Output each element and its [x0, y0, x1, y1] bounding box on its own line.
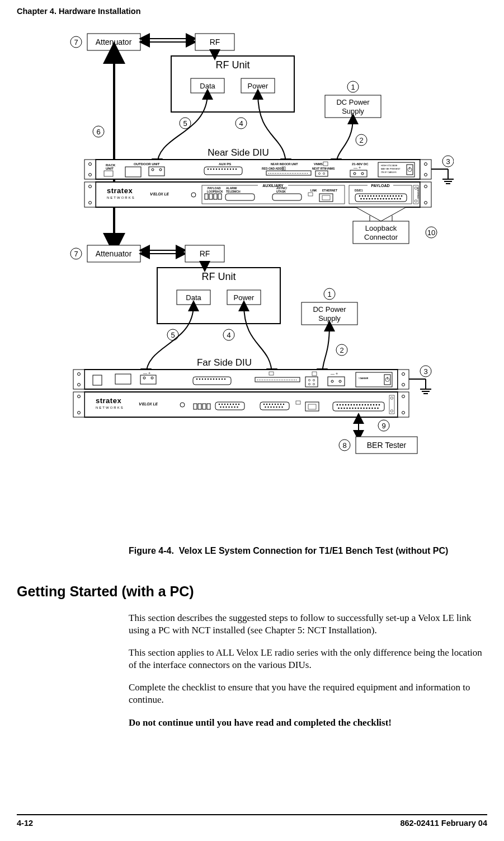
ber-label: BER Tester [366, 441, 406, 450]
svg-point-117 [384, 195, 385, 197]
dc-ps-label-top-1: DC Power [336, 98, 370, 106]
svg-point-163 [215, 379, 216, 380]
callout-2-top-text: 2 [359, 136, 363, 144]
power-label-top: Power [247, 82, 269, 90]
svg-point-164 [218, 379, 219, 380]
svg-point-224 [218, 404, 219, 405]
svg-point-108 [359, 195, 360, 197]
svg-rect-39 [282, 173, 282, 174]
svg-point-284 [369, 408, 370, 409]
svg-point-245 [280, 404, 281, 405]
svg-rect-200 [328, 377, 345, 386]
rf-label-top: RF [209, 38, 220, 46]
svg-text:HIGH VOLTAGE: HIGH VOLTAGE [381, 164, 398, 167]
svg-point-111 [367, 195, 369, 197]
svg-text:VNMS: VNMS [314, 162, 323, 166]
svg-point-257 [336, 404, 338, 406]
svg-rect-184 [282, 380, 283, 380]
svg-text:—   +: — + [143, 371, 150, 375]
svg-rect-171 [261, 380, 261, 380]
svg-rect-172 [262, 380, 263, 380]
svg-rect-52 [304, 173, 304, 174]
svg-point-280 [357, 408, 359, 409]
svg-point-16 [207, 169, 208, 170]
figure-caption: Figure 4-4. Velox LE System Connection f… [129, 545, 487, 557]
svg-point-281 [360, 408, 362, 409]
svg-point-273 [338, 408, 340, 409]
svg-point-274 [341, 408, 342, 409]
svg-point-112 [370, 195, 371, 197]
svg-point-260 [345, 404, 346, 406]
svg-point-253 [281, 407, 282, 408]
callout-1-top-text: 1 [351, 83, 355, 91]
svg-rect-186 [286, 380, 286, 380]
svg-rect-103 [322, 195, 330, 200]
svg-point-115 [378, 195, 380, 197]
callout-4-top-text: 4 [239, 119, 243, 128]
svg-point-235 [228, 407, 229, 408]
svg-rect-176 [269, 380, 270, 380]
svg-point-238 [237, 407, 238, 408]
svg-text:UTASK: UTASK [276, 190, 286, 193]
svg-rect-195 [305, 377, 318, 387]
dc-ps-label-bot-2: Supply [318, 314, 341, 323]
svg-point-237 [234, 407, 235, 408]
svg-point-265 [359, 404, 360, 406]
svg-point-264 [356, 404, 357, 406]
near-diu-row2: stratex NETWORKS V ELOX LE AUXILIARY PAY… [84, 182, 431, 207]
svg-point-127 [369, 198, 370, 200]
svg-point-285 [371, 408, 373, 409]
paragraph-3: Complete the checklist to ensure that yo… [129, 681, 487, 706]
svg-point-266 [361, 404, 363, 406]
svg-point-162 [213, 379, 214, 380]
svg-point-134 [388, 198, 390, 200]
svg-rect-42 [287, 173, 288, 174]
svg-rect-179 [274, 380, 275, 380]
svg-point-252 [279, 407, 280, 408]
svg-point-268 [367, 404, 369, 406]
svg-point-228 [229, 404, 230, 405]
dc-ps-label-bot-1: DC Power [313, 305, 346, 314]
svg-point-250 [273, 407, 274, 408]
svg-rect-187 [288, 380, 288, 380]
svg-point-267 [364, 404, 366, 406]
svg-point-243 [274, 404, 275, 405]
svg-point-135 [391, 198, 393, 200]
figure: 7 Attenuator RF RF Unit Data Power 1 [17, 22, 487, 540]
svg-point-271 [375, 404, 377, 406]
svg-point-278 [352, 408, 354, 409]
svg-point-25 [232, 169, 233, 170]
svg-text:ELOX LE: ELOX LE [142, 402, 158, 406]
svg-point-283 [366, 408, 368, 409]
loopback-label-2: Connector [364, 233, 398, 241]
far-diu-row2: stratex NETWORKS V ELOX LE [73, 392, 409, 417]
svg-point-132 [383, 198, 384, 200]
svg-point-244 [277, 404, 278, 405]
svg-point-121 [395, 195, 397, 197]
figure-caption-text: Velox LE System Connection for T1/E1 Ben… [179, 546, 449, 555]
svg-point-19 [215, 169, 216, 170]
svg-point-24 [229, 169, 230, 170]
svg-rect-192 [296, 380, 296, 380]
callout-3-top-text: 3 [446, 157, 450, 166]
svg-point-158 [201, 379, 202, 380]
svg-text:AUX PS: AUX PS [219, 162, 231, 166]
svg-point-138 [399, 198, 401, 200]
svg-point-160 [207, 379, 208, 380]
svg-rect-46 [294, 173, 294, 174]
svg-rect-12 [149, 167, 164, 176]
svg-point-21 [221, 169, 222, 170]
svg-rect-41 [285, 173, 286, 174]
svg-rect-47 [295, 173, 296, 174]
svg-rect-191 [294, 380, 295, 380]
svg-point-156 [196, 379, 197, 380]
footer-docid: 862-02411 February 04 [400, 819, 487, 828]
svg-rect-64 [350, 170, 367, 177]
svg-rect-45 [292, 173, 293, 174]
svg-rect-51 [302, 173, 303, 174]
attenuator-label-bot: Attenuator [95, 249, 131, 258]
svg-rect-210 [398, 392, 409, 417]
svg-text:stratex: stratex [96, 396, 121, 405]
svg-point-22 [224, 169, 225, 170]
chapter-header: Chapter 4. Hardware Installation [17, 7, 487, 16]
